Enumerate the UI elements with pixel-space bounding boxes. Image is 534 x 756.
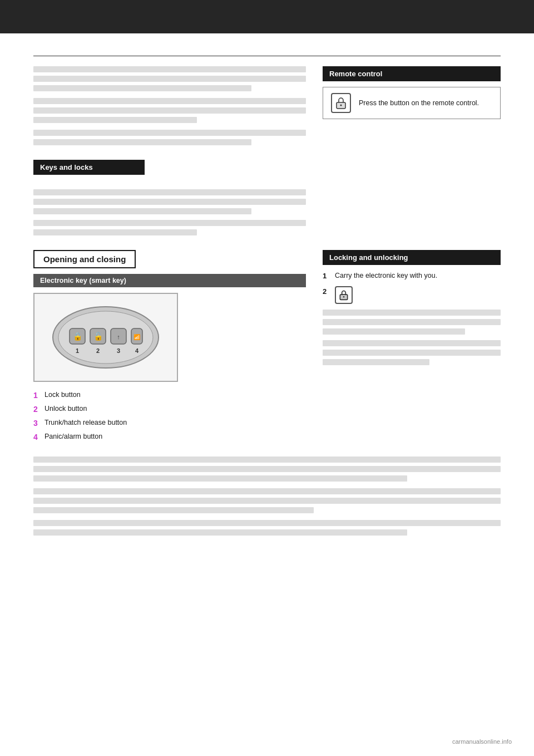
right-text-3 xyxy=(323,328,465,335)
watermark: carmanualsonline.info xyxy=(452,738,512,745)
list-item-4: 4 Panic/alarm button xyxy=(33,431,306,443)
step-1: 1 Carry the electronic key with you. xyxy=(323,271,501,282)
key-fob-image-box: 🔒 🔓 ↑ 📶 1 2 3 4 xyxy=(33,293,178,382)
right-text-1 xyxy=(323,310,501,316)
item-text-2: Unlock button xyxy=(44,404,87,414)
svg-text:3: 3 xyxy=(117,347,120,354)
section-divider xyxy=(33,56,501,56)
sub-section-bar: Electronic key (smart key) xyxy=(33,274,306,287)
step-text-1: Carry the electronic key with you. xyxy=(335,271,437,281)
bottom-line-4 xyxy=(33,488,501,494)
list-item-1: 1 Lock button xyxy=(33,390,306,401)
keys-left-col: Keys and locks xyxy=(33,160,306,239)
item-num-3: 3 xyxy=(33,418,41,429)
step-num-1: 1 xyxy=(323,271,330,282)
body-line-4 xyxy=(33,98,306,104)
body-line-6 xyxy=(33,117,197,123)
steps-list: 1 Carry the electronic key with you. 2 xyxy=(323,271,501,304)
info-box: Press the button on the remote control. xyxy=(323,87,501,119)
body-line-5 xyxy=(33,107,306,114)
key-button-list: 1 Lock button 2 Unlock button 3 Trunk/ha… xyxy=(33,390,306,443)
list-item-3: 3 Trunk/hatch release button xyxy=(33,418,306,429)
item-num-2: 2 xyxy=(33,404,41,415)
info-box-text: Press the button on the remote control. xyxy=(359,98,479,109)
keys-section: Keys and locks xyxy=(33,160,501,239)
bottom-line-5 xyxy=(33,498,501,504)
right-text-5 xyxy=(323,350,501,356)
item-num-1: 1 xyxy=(33,390,41,401)
list-item-2: 2 Unlock button xyxy=(33,404,306,415)
body-line-7 xyxy=(33,130,306,136)
bottom-section xyxy=(33,456,501,536)
svg-text:🔒: 🔒 xyxy=(73,332,83,341)
locking-steps-col: Locking and unlocking 1 Carry the electr… xyxy=(323,250,501,445)
bottom-line-3 xyxy=(33,475,407,482)
svg-point-1 xyxy=(340,105,342,106)
keys-right-col xyxy=(323,160,501,239)
page-container: Remote control Press the button on the r… xyxy=(0,0,534,756)
keys-line-5 xyxy=(33,229,197,235)
bottom-line-6 xyxy=(33,507,314,513)
right-text-4 xyxy=(323,340,501,346)
lock-icon xyxy=(331,93,351,113)
right-text-6 xyxy=(323,359,429,365)
svg-text:📶: 📶 xyxy=(134,333,141,341)
remote-control-bar: Remote control xyxy=(323,66,501,81)
keys-line-4 xyxy=(33,220,306,226)
keys-line-1 xyxy=(33,189,306,195)
svg-text:🔓: 🔓 xyxy=(93,332,103,341)
bottom-line-8 xyxy=(33,529,407,536)
svg-text:4: 4 xyxy=(135,347,139,354)
item-text-1: Lock button xyxy=(44,390,81,400)
item-num-4: 4 xyxy=(33,431,41,443)
keys-locks-bar: Keys and locks xyxy=(33,160,145,175)
body-line-8 xyxy=(33,139,251,145)
top-left-col xyxy=(33,66,306,149)
bottom-line-7 xyxy=(33,520,501,526)
locking-bar: Locking and unlocking xyxy=(323,250,501,265)
lock-step-icon xyxy=(335,286,353,304)
main-section: Opening and closing Electronic key (smar… xyxy=(33,250,501,445)
svg-text:1: 1 xyxy=(76,347,79,354)
bottom-line-1 xyxy=(33,456,501,463)
top-right-col: Remote control Press the button on the r… xyxy=(323,66,501,149)
body-line-1 xyxy=(33,66,306,72)
body-line-2 xyxy=(33,76,306,82)
svg-text:2: 2 xyxy=(96,347,100,354)
opening-closing-col: Opening and closing Electronic key (smar… xyxy=(33,250,306,445)
step-2: 2 xyxy=(323,286,501,304)
step-num-2: 2 xyxy=(323,286,330,297)
item-text-4: Panic/alarm button xyxy=(44,431,102,442)
opening-closing-title: Opening and closing xyxy=(33,250,136,268)
svg-text:↑: ↑ xyxy=(117,333,120,340)
svg-point-17 xyxy=(343,296,345,298)
keys-line-3 xyxy=(33,208,251,214)
right-text-2 xyxy=(323,319,501,325)
item-text-3: Trunk/hatch release button xyxy=(44,418,127,428)
bottom-line-2 xyxy=(33,466,501,472)
key-fob-svg: 🔒 🔓 ↑ 📶 1 2 3 4 xyxy=(44,298,167,376)
body-line-3 xyxy=(33,85,251,91)
keys-line-2 xyxy=(33,199,306,205)
top-section: Remote control Press the button on the r… xyxy=(33,66,501,149)
